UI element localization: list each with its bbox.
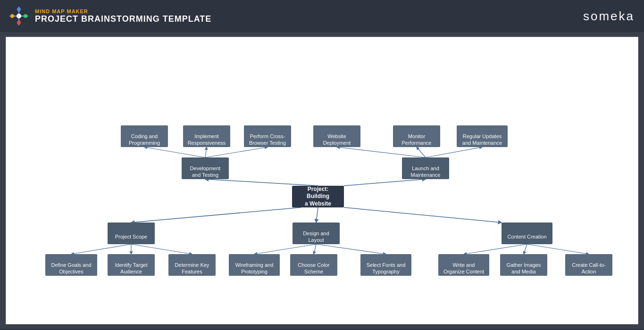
node-color-scheme: Choose ColorScheme <box>290 254 337 276</box>
svg-line-13 <box>131 244 192 254</box>
svg-line-2 <box>131 207 301 223</box>
node-wireframing: Wireframing andPrototyping <box>229 254 280 276</box>
node-dev: Developmentand Testing <box>182 157 229 179</box>
node-goals: Define Goals andObjectives <box>45 254 97 276</box>
node-coding: Coding andProgramming <box>121 125 168 147</box>
node-images: Gather Imagesand Media <box>500 254 547 276</box>
node-write-content: Write andOrganize Content <box>438 254 489 276</box>
svg-line-3 <box>316 207 318 223</box>
node-design: Design andLayout <box>293 223 340 244</box>
connectors-svg <box>6 37 638 324</box>
brand-logo: someka <box>583 9 635 24</box>
svg-line-11 <box>71 244 131 254</box>
app-label: MIND MAP MAKER <box>35 8 211 14</box>
node-monitor: MonitorPerformance <box>393 125 440 147</box>
node-content: Content Creation <box>502 223 552 244</box>
node-audience: Identify TargetAudience <box>108 254 155 276</box>
svg-line-4 <box>344 207 502 223</box>
node-root: Project: Building a Website <box>292 186 344 207</box>
svg-line-0 <box>205 179 318 186</box>
svg-line-15 <box>314 244 316 254</box>
svg-line-5 <box>144 147 205 157</box>
node-deployment: WebsiteDeployment <box>313 125 360 147</box>
mindmap-canvas: Project: Building a Website Developmenta… <box>6 37 638 324</box>
node-typography: Select Fonts andTypography <box>360 254 411 276</box>
node-responsiveness: ImplementResponsiveness <box>183 125 230 147</box>
svg-line-1 <box>344 179 426 186</box>
svg-line-14 <box>254 244 316 254</box>
node-scope: Project Scope <box>108 223 155 244</box>
svg-line-18 <box>524 244 527 254</box>
svg-line-9 <box>417 147 426 157</box>
header: MIND MAP MAKER PROJECT BRAINSTORMING TEM… <box>0 0 644 32</box>
header-left: MIND MAP MAKER PROJECT BRAINSTORMING TEM… <box>9 7 211 25</box>
page-title: PROJECT BRAINSTORMING TEMPLATE <box>35 14 211 24</box>
svg-line-8 <box>337 147 426 157</box>
node-cta: Create Call-to-Action <box>565 254 612 276</box>
node-features: Determine KeyFeatures <box>168 254 216 276</box>
svg-line-10 <box>426 147 482 157</box>
svg-line-16 <box>316 244 386 254</box>
svg-line-6 <box>205 147 207 157</box>
node-browser-testing: Perform Cross-Browser Testing <box>244 125 291 147</box>
svg-line-19 <box>527 244 589 254</box>
header-titles: MIND MAP MAKER PROJECT BRAINSTORMING TEM… <box>35 8 211 24</box>
node-updates: Regular Updatesand Maintenance <box>457 125 508 147</box>
logo-icon <box>9 7 28 25</box>
svg-line-17 <box>464 244 527 254</box>
svg-line-7 <box>205 147 268 157</box>
node-launch: Launch andMaintenance <box>402 157 449 179</box>
